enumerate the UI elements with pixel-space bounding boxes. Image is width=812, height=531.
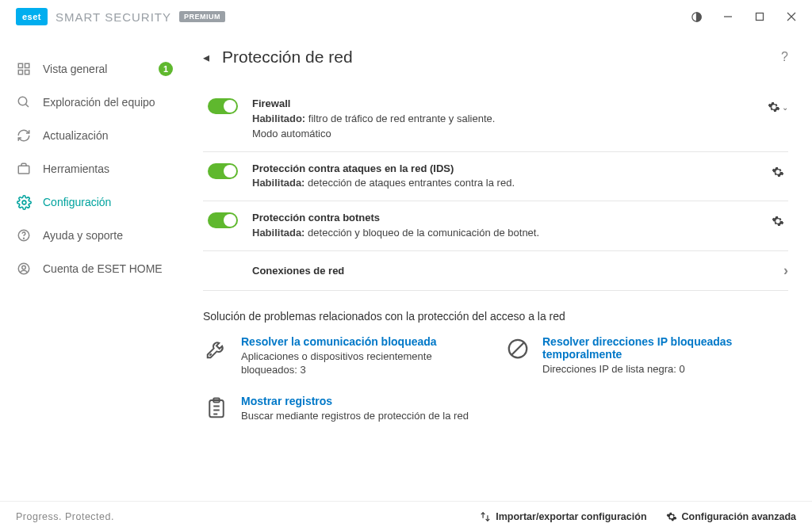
page-title: Protección de red — [222, 48, 353, 67]
refresh-icon — [16, 128, 32, 143]
svg-rect-5 — [18, 63, 22, 67]
premium-badge: PREMIUM — [179, 11, 225, 22]
sidebar-item-account[interactable]: Cuenta de ESET HOME — [0, 252, 189, 285]
network-connections-link[interactable]: Conexiones de red › — [203, 251, 788, 291]
briefcase-icon — [16, 161, 32, 177]
svg-line-10 — [25, 104, 29, 107]
module-title: Protección contra botnets — [252, 211, 761, 226]
link-label: Conexiones de red — [252, 265, 344, 277]
card-title: Resolver la comunicación bloqueada — [241, 335, 473, 348]
sidebar-item-label: Configuración — [43, 196, 111, 208]
contrast-icon[interactable] — [682, 5, 710, 29]
chevron-right-icon: › — [783, 262, 788, 279]
module-settings-button[interactable] — [768, 211, 788, 231]
card-desc: Direcciones IP de lista negra: 0 — [542, 362, 774, 376]
card-title: Mostrar registros — [241, 395, 469, 407]
card-title: Resolver direcciones IP bloqueadas tempo… — [542, 335, 774, 361]
brand-area: eset SMART SECURITY PREMIUM — [16, 8, 225, 25]
sidebar-item-setup[interactable]: Configuración — [0, 185, 189, 219]
sidebar-badge: 1 — [159, 62, 173, 76]
close-button[interactable] — [777, 5, 806, 29]
module-text: Protección contra ataques en la red (IDS… — [252, 162, 761, 192]
module-settings-button[interactable]: ⌄ — [768, 97, 788, 117]
module-status: Habilitada: detección de ataques entrant… — [252, 176, 761, 191]
sidebar-item-label: Cuenta de ESET HOME — [43, 262, 163, 275]
svg-rect-7 — [18, 71, 22, 74]
module-text: Firewall Habilitado: filtro de tráfico d… — [252, 97, 761, 142]
card-desc: Buscar mediante registros de protección … — [241, 409, 469, 423]
toggle-ids[interactable] — [208, 163, 238, 179]
sidebar-item-update[interactable]: Actualización — [0, 119, 189, 152]
svg-rect-2 — [756, 13, 764, 21]
window-controls — [682, 5, 806, 29]
sidebar: Vista general 1 Exploración del equipo A… — [0, 33, 189, 501]
help-icon — [16, 227, 32, 243]
svg-rect-6 — [25, 63, 29, 67]
card-blocked-ip[interactable]: Resolver direcciones IP bloqueadas tempo… — [504, 335, 774, 377]
sidebar-item-label: Vista general — [43, 63, 107, 75]
svg-rect-11 — [18, 166, 29, 174]
sidebar-item-label: Actualización — [43, 129, 109, 142]
sidebar-item-label: Exploración del equipo — [43, 96, 155, 109]
toggle-firewall[interactable] — [208, 98, 238, 114]
card-show-logs[interactable]: Mostrar registros Buscar mediante regist… — [203, 395, 473, 423]
titlebar: eset SMART SECURITY PREMIUM — [0, 0, 812, 33]
tagline: Progress. Protected. — [16, 511, 114, 522]
sidebar-item-overview[interactable]: Vista general 1 — [0, 52, 189, 86]
transfer-icon — [480, 511, 491, 522]
gear-icon — [16, 194, 32, 210]
content-area: ◂ Protección de red ? Firewall Habilitad… — [189, 33, 812, 501]
advanced-config-link[interactable]: Configuración avanzada — [666, 511, 796, 522]
module-settings-button[interactable] — [768, 162, 788, 182]
toggle-botnet[interactable] — [208, 212, 238, 228]
sidebar-item-label: Ayuda y soporte — [43, 229, 123, 242]
module-firewall: Firewall Habilitado: filtro de tráfico d… — [203, 87, 788, 152]
card-desc: Aplicaciones o dispositivos recientement… — [241, 350, 473, 377]
module-text: Protección contra botnets Habilitada: de… — [252, 211, 761, 241]
svg-line-18 — [512, 342, 524, 354]
module-title: Firewall — [252, 97, 761, 112]
user-icon — [16, 261, 32, 277]
module-status: Habilitado: filtro de tráfico de red ent… — [252, 112, 761, 127]
page-help-icon[interactable]: ? — [781, 50, 788, 64]
module-title: Protección contra ataques en la red (IDS… — [252, 162, 761, 177]
svg-point-14 — [24, 238, 25, 239]
gear-icon — [666, 511, 677, 522]
maximize-button[interactable] — [745, 5, 774, 29]
footer-actions: Importar/exportar configuración Configur… — [480, 511, 796, 522]
grid-icon — [16, 61, 32, 77]
sidebar-item-scan[interactable]: Exploración del equipo — [0, 86, 189, 119]
clipboard-icon — [203, 395, 230, 422]
back-button[interactable]: ◂ — [203, 50, 209, 65]
footer: Progress. Protected. Importar/exportar c… — [0, 501, 812, 531]
troubleshoot-heading: Solución de problemas relacionados con l… — [203, 310, 788, 323]
svg-point-16 — [22, 266, 26, 269]
module-status: Habilitada: detección y bloqueo de la co… — [252, 226, 761, 241]
module-extra: Modo automático — [252, 127, 761, 142]
svg-point-12 — [22, 201, 26, 204]
sidebar-item-tools[interactable]: Herramientas — [0, 152, 189, 185]
sidebar-item-help[interactable]: Ayuda y soporte — [0, 219, 189, 252]
blocked-icon — [504, 335, 531, 362]
search-icon — [16, 94, 32, 110]
sidebar-item-label: Herramientas — [43, 162, 109, 175]
svg-rect-8 — [25, 71, 29, 74]
wrench-icon — [203, 335, 230, 362]
eset-logo: eset — [16, 8, 48, 25]
card-blocked-comm[interactable]: Resolver la comunicación bloqueada Aplic… — [203, 335, 473, 377]
module-ids: Protección contra ataques en la red (IDS… — [203, 152, 788, 202]
import-export-link[interactable]: Importar/exportar configuración — [480, 511, 646, 522]
troubleshoot-cards: Resolver la comunicación bloqueada Aplic… — [203, 335, 788, 441]
minimize-button[interactable] — [714, 5, 742, 29]
svg-point-9 — [18, 97, 27, 105]
page-header: ◂ Protección de red ? — [203, 48, 788, 67]
module-botnet: Protección contra botnets Habilitada: de… — [203, 201, 788, 251]
product-name: SMART SECURITY — [56, 10, 171, 24]
